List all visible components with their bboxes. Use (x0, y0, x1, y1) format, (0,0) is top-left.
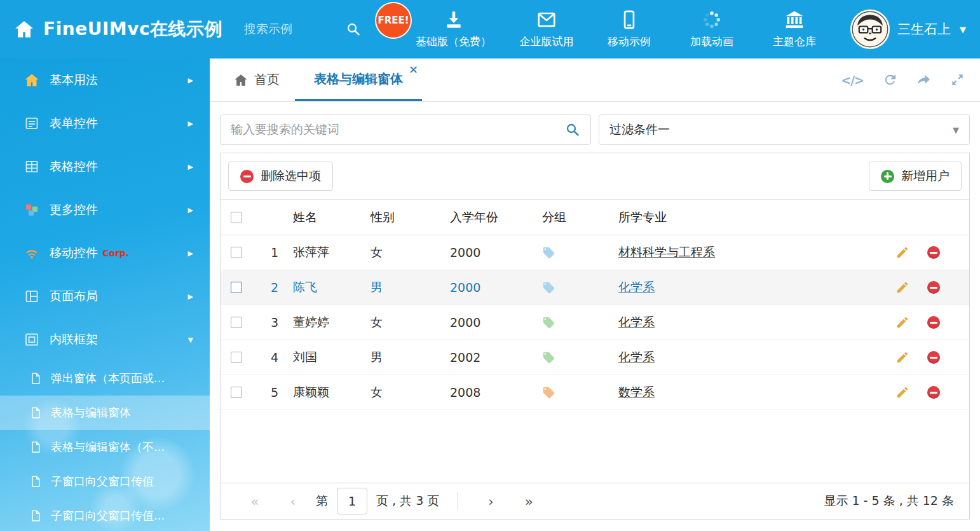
keyword-search-box (220, 114, 591, 145)
sidebar-item-page-layout[interactable]: 页面布局 ▶ (0, 275, 210, 318)
last-page-icon[interactable]: » (510, 493, 548, 509)
next-page-icon[interactable]: › (472, 493, 510, 509)
sidebar-item-basic-usage[interactable]: 基本用法 ▶ (0, 59, 210, 102)
chevron-right-icon: ▶ (188, 120, 193, 128)
table-row[interactable]: 5 康颖颖 女 2008 数学系 (221, 375, 969, 410)
cell-name: 陈飞 (293, 279, 371, 296)
sidebar-item-form-controls[interactable]: 表单控件 ▶ (0, 102, 210, 145)
nav-enterprise-trial[interactable]: 企业版试用 (519, 10, 574, 49)
sidebar-item-more-controls[interactable]: 更多控件 ▶ (0, 188, 210, 231)
cell-name: 董婷婷 (293, 314, 371, 331)
sidebar-subitem-child-to-parent[interactable]: 子窗口向父窗口传值 (0, 464, 210, 499)
record-summary: 显示 1 - 5 条 , 共 12 条 (824, 493, 954, 509)
chevron-down-icon: ▼ (953, 125, 959, 135)
sidebar-subitem-child-to-parent-2[interactable]: 子窗口向父窗口传值... (0, 499, 210, 531)
chevron-right-icon: ▶ (188, 76, 193, 85)
table-row[interactable]: 1 张萍萍 女 2000 材料科学与工程系 (221, 235, 969, 270)
chevron-right-icon: ▶ (188, 206, 193, 214)
page-number-input[interactable] (337, 488, 367, 514)
sidebar-item-mobile-controls[interactable]: 移动控件 Corp. ▶ (0, 231, 210, 275)
table-row[interactable]: 4 刘国 男 2002 化学系 (221, 340, 969, 375)
edit-icon[interactable] (895, 315, 909, 329)
column-group: 分组 (542, 209, 618, 226)
share-icon[interactable] (916, 72, 931, 87)
cell-year: 2000 (450, 315, 542, 329)
refresh-icon[interactable] (883, 72, 897, 87)
delete-icon[interactable] (927, 316, 940, 329)
nav-label: 企业版试用 (520, 34, 574, 49)
cell-gender: 男 (371, 349, 450, 366)
table-icon (24, 159, 39, 174)
nav-theme-repo[interactable]: 主题仓库 (767, 10, 822, 49)
sidebar-subitem-grid-edit-window[interactable]: 表格与编辑窗体 (0, 396, 210, 430)
keyword-search-input[interactable] (231, 123, 565, 137)
edit-icon[interactable] (895, 385, 909, 399)
top-header: FineUIMvc在线示例 FREE! 基础版（免费） 企业版试用 移动示例 加… (0, 0, 980, 59)
search-icon[interactable] (565, 122, 580, 137)
table-row-selected[interactable]: 2 陈飞 男 2000 化学系 (221, 270, 969, 305)
cell-gender: 男 (371, 279, 450, 296)
edit-icon[interactable] (895, 245, 909, 259)
document-icon (29, 509, 42, 522)
edit-icon[interactable] (895, 280, 909, 294)
document-icon (29, 441, 42, 453)
document-icon (29, 475, 42, 488)
chevron-right-icon: ▶ (188, 163, 193, 171)
tag-icon (542, 281, 555, 294)
major-link[interactable]: 化学系 (618, 315, 655, 329)
delete-selected-button[interactable]: 删除选中项 (228, 162, 333, 191)
prev-page-icon[interactable]: ‹ (274, 493, 312, 509)
user-name: 三生石上 (897, 20, 951, 38)
nav-loading-animation[interactable]: 加载动画 (684, 10, 739, 49)
home-icon (234, 73, 248, 87)
tab-home[interactable]: 首页 (219, 59, 295, 101)
corp-badge: Corp. (102, 248, 129, 258)
row-checkbox[interactable] (231, 247, 242, 258)
nav-basic-free[interactable]: FREE! 基础版（免费） (416, 10, 491, 49)
page-prefix: 第 (316, 493, 328, 509)
select-all-checkbox[interactable] (231, 212, 242, 223)
major-link[interactable]: 化学系 (618, 280, 655, 294)
tag-icon (542, 316, 555, 329)
tag-icon (542, 386, 555, 399)
delete-icon[interactable] (927, 351, 940, 364)
grid-toolbar: 删除选中项 新增用户 (221, 153, 969, 199)
major-link[interactable]: 化学系 (618, 350, 655, 364)
row-checkbox[interactable] (231, 317, 242, 328)
major-link[interactable]: 材料科学与工程系 (618, 245, 715, 259)
column-major: 所学专业 (618, 209, 895, 226)
pagination-bar: « ‹ 第 页 , 共 3 页 › » 显示 1 - 5 条 , 共 12 条 (221, 483, 969, 519)
delete-icon[interactable] (927, 281, 940, 294)
cell-name: 张萍萍 (293, 244, 371, 261)
delete-icon[interactable] (927, 386, 940, 399)
tab-grid-edit-window[interactable]: 表格与编辑窗体 ✕ (295, 59, 422, 101)
column-year: 入学年份 (450, 209, 542, 226)
cell-gender: 女 (371, 384, 450, 401)
mobile-icon (619, 10, 639, 30)
row-checkbox[interactable] (231, 352, 242, 363)
search-icon[interactable] (346, 22, 361, 37)
home-icon (24, 72, 39, 88)
header-search-input[interactable] (244, 22, 346, 36)
filter-dropdown[interactable]: 过滤条件一 ▼ (599, 114, 970, 145)
first-page-icon[interactable]: « (236, 493, 274, 509)
grid-panel: 删除选中项 新增用户 姓名 性别 入学年份 分组 所学专业 (220, 153, 970, 520)
row-checkbox[interactable] (231, 282, 242, 293)
sidebar-item-iframe[interactable]: 内联框架 ▼ (0, 318, 210, 361)
close-icon[interactable]: ✕ (409, 64, 418, 76)
expand-icon[interactable] (950, 72, 965, 87)
add-user-button[interactable]: 新增用户 (869, 162, 962, 191)
user-menu[interactable]: 三生石上 ▼ (850, 10, 966, 49)
nav-mobile-demo[interactable]: 移动示例 (602, 10, 657, 49)
edit-icon[interactable] (895, 350, 909, 364)
sidebar-subitem-popup-window[interactable]: 弹出窗体（本页面或... (0, 361, 210, 396)
view-source-icon[interactable]: </> (841, 73, 864, 87)
sidebar-subitem-grid-edit-window-2[interactable]: 表格与编辑窗体（不... (0, 430, 210, 464)
sidebar-item-grid-controls[interactable]: 表格控件 ▶ (0, 145, 210, 188)
table-row[interactable]: 3 董婷婷 女 2000 化学系 (221, 305, 969, 340)
nav-label: 移动示例 (608, 34, 651, 49)
row-checkbox[interactable] (231, 387, 242, 398)
major-link[interactable]: 数学系 (618, 385, 655, 399)
home-logo-icon[interactable] (14, 19, 34, 39)
delete-icon[interactable] (927, 246, 940, 259)
